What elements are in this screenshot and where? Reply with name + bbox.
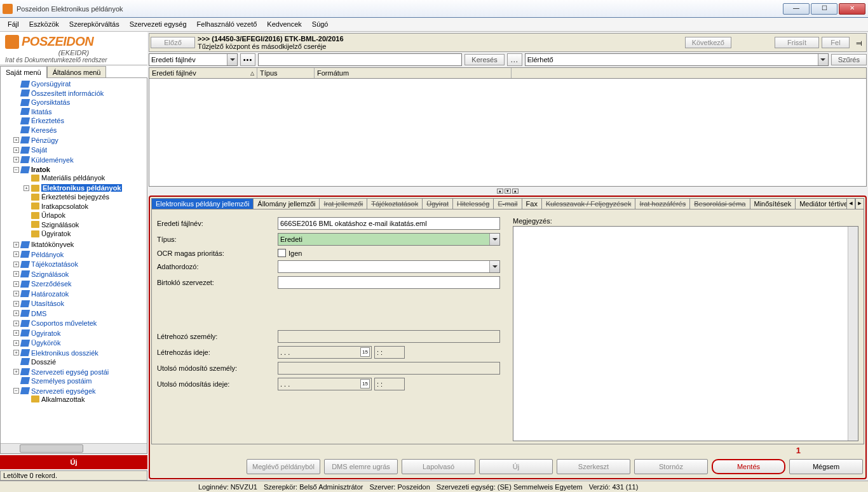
expand-icon[interactable]: +: [13, 147, 19, 153]
owner-field[interactable]: [278, 276, 500, 289]
menu-help[interactable]: Súgó: [307, 18, 334, 31]
tree-peldanyok[interactable]: Példányok: [31, 251, 64, 258]
expand-icon[interactable]: +: [24, 185, 29, 191]
menu-tools[interactable]: Eszközök: [24, 18, 64, 31]
ftab-fax[interactable]: Fax: [522, 198, 542, 209]
tab-general-menu[interactable]: Általános menü: [47, 66, 107, 78]
expand-icon[interactable]: +: [13, 157, 19, 163]
ftab-email[interactable]: E-mail: [493, 198, 522, 209]
tree-szervezeti-egysegek[interactable]: Szervezeti egységek: [31, 387, 96, 395]
tree-erkeztetes[interactable]: Érkeztetés: [31, 117, 64, 124]
menu-role[interactable]: Szerepkörváltás: [64, 18, 125, 31]
pin-icon[interactable]: ⫤: [852, 38, 865, 48]
splitter[interactable]: ▴▾▴: [149, 188, 867, 194]
tree-elektronikus-peldanyok[interactable]: Elektronikus példányok: [41, 184, 122, 192]
tree-dosszie[interactable]: Dosszié: [31, 358, 56, 366]
tree-osszesitett[interactable]: Összesített információk: [31, 90, 104, 97]
menu-org[interactable]: Szervezeti egység: [125, 18, 192, 31]
tree-szignalasok[interactable]: Szignálások: [31, 270, 69, 278]
tree-szerzodesek[interactable]: Szerződések: [31, 280, 72, 288]
up-button[interactable]: Fel: [822, 37, 850, 48]
btn-dms-jump[interactable]: DMS elemre ugrás: [324, 459, 398, 474]
collapse-icon[interactable]: −: [13, 167, 19, 173]
note-textarea[interactable]: [513, 226, 858, 441]
tree-iktatas[interactable]: Iktatás: [31, 108, 51, 116]
tree-utasitasok[interactable]: Utasítások: [31, 300, 64, 307]
ftab-auth[interactable]: Hitelesség: [452, 198, 494, 209]
next-button[interactable]: Következő: [685, 37, 731, 48]
btn-cancel[interactable]: Mégsem: [789, 459, 863, 474]
tree-szemelyes-postaim[interactable]: Személyes postáim: [31, 377, 92, 385]
ftab-qual[interactable]: Minősítések: [750, 198, 796, 209]
tree-gyorsiktatas[interactable]: Gyorsiktatás: [31, 98, 70, 106]
search-input[interactable]: [258, 53, 462, 66]
tree-ugyiratok[interactable]: Ügyiratok: [31, 329, 60, 337]
calendar-icon[interactable]: 15: [360, 347, 370, 357]
browse-button[interactable]: ...: [507, 53, 522, 66]
tree-gyorsugyirat[interactable]: Gyorsügyirat: [31, 80, 71, 88]
tree-dms[interactable]: DMS: [31, 310, 46, 317]
calendar-icon[interactable]: 15: [360, 379, 370, 389]
prev-button[interactable]: Előző: [151, 37, 195, 48]
ftab-info[interactable]: Tájékoztatások: [367, 198, 423, 209]
btn-save[interactable]: Mentés: [712, 459, 785, 474]
tree-sajat[interactable]: Saját: [31, 146, 47, 154]
expand-icon[interactable]: +: [13, 137, 19, 143]
filter-button[interactable]: Szűrés: [831, 54, 867, 65]
ftab-file[interactable]: Állomány jellemzői: [253, 198, 320, 209]
ftab-general[interactable]: Elektronikus példány jellemzői: [151, 198, 254, 209]
filename-field[interactable]: 666SE2016 BML okatáshoz e-mail ikatatás.…: [278, 217, 500, 230]
col-format[interactable]: Formátum: [315, 68, 512, 78]
tree-szignalasok-inner[interactable]: Szignálások: [41, 221, 79, 229]
tree-ugykorok[interactable]: Ügykörök: [31, 339, 60, 347]
ftab-keywords[interactable]: Kulcsszavak / Feljegyzések: [541, 198, 636, 209]
btn-scanner[interactable]: Lapolvasó: [402, 459, 475, 474]
ftab-access[interactable]: Irat hozzáférés: [635, 198, 690, 209]
search-field-select[interactable]: Eredeti fájlnév: [149, 53, 238, 66]
availability-select[interactable]: Elérhető: [525, 53, 829, 66]
ocr-checkbox[interactable]: [278, 249, 286, 257]
note-scrollbar[interactable]: [848, 227, 858, 441]
tree-iratok[interactable]: Iratok: [31, 166, 50, 173]
tree-h-scrollbar[interactable]: [1, 443, 147, 453]
close-button[interactable]: ✕: [839, 3, 865, 15]
tree-kereses[interactable]: Keresés: [31, 126, 57, 134]
btn-existing[interactable]: Meglévő példányból: [247, 459, 320, 474]
tabscroll-right-icon[interactable]: ►: [855, 198, 864, 209]
ftab-doc[interactable]: Irat jellemzői: [319, 198, 367, 209]
new-button[interactable]: Új: [0, 455, 147, 469]
minimize-button[interactable]: —: [783, 3, 810, 15]
tree-materialis[interactable]: Materiális példányok: [41, 174, 105, 182]
tree-hatarozatok[interactable]: Határozatok: [31, 290, 69, 298]
col-filename[interactable]: Eredeti fájlnév△: [149, 68, 257, 78]
search-options-button[interactable]: •••: [240, 53, 255, 66]
tree-tajekoztatasok[interactable]: Tájékoztatások: [31, 260, 78, 268]
maximize-button[interactable]: ☐: [811, 3, 837, 15]
grid-body[interactable]: [149, 79, 867, 187]
col-type[interactable]: Típus: [257, 68, 315, 78]
nav-tree[interactable]: Gyorsügyirat Összesített információk Gyo…: [1, 78, 147, 453]
tree-csoportos[interactable]: Csoportos műveletek: [31, 319, 97, 327]
menu-user[interactable]: Felhasználó vezető: [192, 18, 262, 31]
tree-urlapok[interactable]: Űrlapok: [41, 211, 65, 219]
menu-file[interactable]: Fájl: [3, 18, 24, 31]
menu-fav[interactable]: Kedvencek: [262, 18, 306, 31]
tree-ugyiratok-inner[interactable]: Ügyiratok: [41, 230, 71, 237]
ftab-class[interactable]: Besorolási séma: [689, 198, 750, 209]
tree-iktatokonyvek[interactable]: Iktatókönyvek: [31, 241, 74, 248]
btn-edit[interactable]: Szerkeszt: [557, 459, 630, 474]
tree-edossziek[interactable]: Elektronikus dossziék: [31, 349, 98, 357]
tree-alkalmazottak[interactable]: Alkalmazottak: [41, 396, 85, 403]
tabscroll-left-icon[interactable]: ◄: [846, 198, 855, 209]
tree-erkeztetesi[interactable]: Érkeztetési bejegyzés: [41, 193, 109, 201]
tree-penzugy[interactable]: Pénzügy: [31, 136, 58, 144]
media-select[interactable]: [278, 260, 500, 273]
tree-szervezeti-postai[interactable]: Szervezeti egység postái: [31, 368, 109, 376]
btn-new[interactable]: Új: [479, 459, 553, 474]
refresh-button[interactable]: Frissít: [775, 37, 819, 48]
search-button[interactable]: Keresés: [465, 54, 504, 65]
tree-iratkapcsolatok[interactable]: Iratkapcsolatok: [41, 203, 88, 210]
ftab-case[interactable]: Ügyirat: [422, 198, 453, 209]
tree-kuldemenyek[interactable]: Küldemények: [31, 156, 74, 164]
type-select[interactable]: Eredeti: [278, 233, 500, 246]
